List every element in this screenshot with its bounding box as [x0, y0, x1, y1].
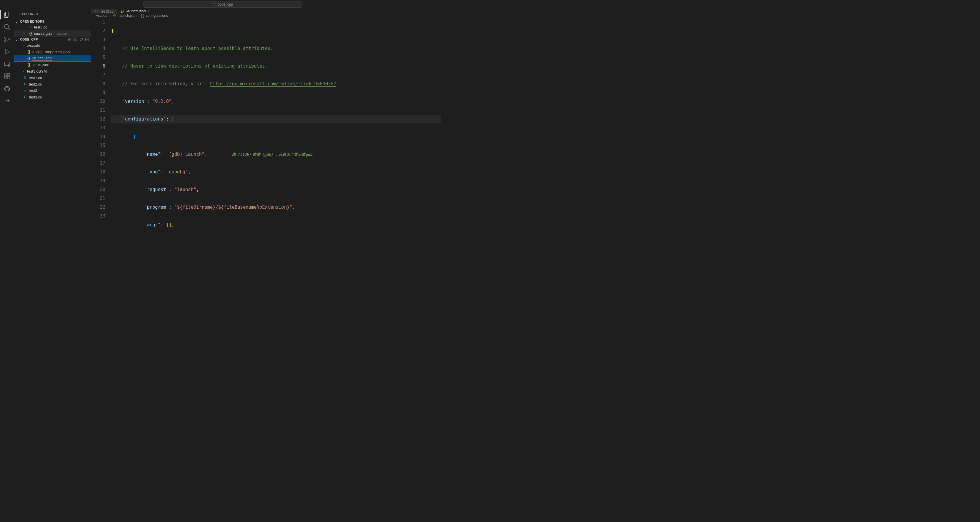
svg-point-6: [5, 41, 6, 42]
line-gutter: 1234567891011121314151617181920212223: [91, 17, 111, 237]
source-control-icon[interactable]: [3, 36, 11, 43]
svg-line-4: [8, 28, 10, 30]
minimap[interactable]: [441, 25, 445, 237]
file-item[interactable]: C test1.cc: [14, 75, 91, 81]
folder-label: .vscode: [27, 43, 40, 48]
chevron-down-icon: ⌄: [23, 44, 26, 47]
svg-point-0: [213, 3, 215, 6]
folder-label: test3.dSYM: [27, 69, 47, 73]
search-activity-icon[interactable]: [3, 24, 11, 30]
open-editors-header[interactable]: ⌄ OPEN EDITORS: [14, 19, 91, 24]
code-content[interactable]: { // Use IntelliSense to learn about pos…: [111, 17, 445, 237]
breadcrumb-seg[interactable]: configurations: [146, 14, 168, 17]
open-editors-label: OPEN EDITORS: [20, 20, 45, 23]
breadcrumb-seg[interactable]: launch.json: [119, 14, 137, 17]
cpp-file-icon: C: [94, 9, 99, 13]
extensions-icon[interactable]: [3, 73, 11, 80]
project-label: CODE_CPP: [20, 38, 38, 41]
editor-area: C test3.cc {} launch.json × .vscode › {}…: [91, 9, 445, 237]
open-editor-item[interactable]: C test3.cc: [14, 24, 91, 30]
file-item[interactable]: C test2.cc: [14, 81, 91, 87]
file-label: test2.cc: [29, 82, 42, 86]
nav-forward-icon[interactable]: →: [160, 2, 164, 7]
json-file-icon: {}: [120, 9, 125, 13]
cpp-file-icon: C: [23, 76, 28, 80]
explorer-more-icon[interactable]: ⋯: [82, 12, 87, 16]
remote-icon[interactable]: [3, 60, 11, 68]
explorer-title: EXPLORER: [19, 12, 38, 16]
svg-point-3: [5, 24, 8, 29]
tab-test3[interactable]: C test3.cc: [91, 9, 117, 14]
nav-back-icon[interactable]: ←: [153, 2, 157, 7]
activity-bar: [0, 9, 14, 237]
breadcrumb-seg[interactable]: .vscode: [95, 14, 107, 17]
file-item[interactable]: {} tasks.json: [14, 62, 91, 68]
refresh-icon[interactable]: [79, 37, 83, 41]
json-file-icon: {}: [28, 32, 33, 36]
open-editor-name: test3.cc: [34, 25, 47, 29]
file-label: test1.cc: [29, 76, 42, 80]
folder-vscode[interactable]: ⌄ .vscode: [14, 42, 91, 49]
file-label: c_cpp_properties.json: [32, 50, 70, 54]
svg-line-1: [215, 5, 216, 6]
json-file-icon: {}: [27, 56, 31, 60]
cpp-file-icon: C: [23, 82, 28, 86]
open-editor-name: launch.json: [34, 32, 54, 36]
json-file-icon: {}: [112, 14, 117, 17]
file-item[interactable]: ≡ test3: [14, 87, 91, 94]
tab-label: test3.cc: [100, 9, 114, 14]
project-header[interactable]: ⌄ CODE_CPP: [14, 37, 91, 42]
code-editor[interactable]: 1234567891011121314151617181920212223 { …: [91, 17, 445, 237]
new-folder-icon[interactable]: [73, 37, 77, 41]
binary-file-icon: ≡: [23, 89, 28, 93]
svg-rect-2: [6, 12, 9, 16]
command-center-label: code_cpp: [218, 2, 233, 6]
tab-label: launch.json: [126, 9, 146, 13]
svg-rect-13: [8, 73, 10, 76]
json-file-icon: {}: [27, 50, 31, 54]
svg-rect-10: [5, 74, 7, 76]
collapse-icon[interactable]: [85, 37, 89, 41]
close-icon[interactable]: ×: [23, 32, 27, 36]
file-label: test3.cc: [29, 95, 42, 99]
open-editor-path: .vscode: [56, 32, 67, 35]
chevron-down-icon: ⌄: [15, 20, 19, 23]
cpp-file-icon: C: [28, 25, 33, 29]
breadcrumb[interactable]: .vscode › {} launch.json › [ ] configura…: [91, 14, 445, 17]
search-icon: [212, 3, 216, 6]
command-center[interactable]: code_cpp: [143, 1, 302, 8]
chevron-down-icon: ⌄: [15, 38, 19, 41]
array-icon: [ ]: [141, 14, 144, 17]
run-debug-icon[interactable]: [3, 48, 11, 55]
titlebar: ← → code_cpp: [0, 0, 445, 9]
file-item[interactable]: {} c_cpp_properties.json: [14, 49, 91, 55]
svg-rect-12: [7, 77, 10, 79]
svg-rect-8: [5, 62, 10, 65]
tab-bar: C test3.cc {} launch.json ×: [91, 9, 445, 14]
explorer-icon[interactable]: [3, 11, 11, 18]
cpp-file-icon: C: [23, 95, 28, 99]
chevron-right-icon: ›: [138, 14, 139, 17]
file-label: test3: [29, 89, 37, 93]
close-tab-icon[interactable]: ×: [148, 9, 150, 13]
tab-launch[interactable]: {} launch.json ×: [117, 9, 153, 14]
explorer-sidebar: EXPLORER ⋯ ⌄ OPEN EDITORS C test3.cc × {…: [14, 9, 91, 237]
chevron-right-icon: ›: [23, 70, 26, 73]
github-icon[interactable]: [3, 85, 11, 92]
chevron-right-icon: ›: [109, 14, 110, 17]
svg-point-5: [5, 37, 6, 38]
svg-point-7: [8, 39, 10, 40]
open-editor-item[interactable]: × {} launch.json .vscode: [14, 30, 91, 37]
file-item[interactable]: C test3.cc: [14, 94, 91, 100]
svg-rect-11: [5, 77, 7, 79]
file-item-launch[interactable]: {} launch.json: [14, 55, 91, 62]
new-file-icon[interactable]: [67, 37, 72, 41]
file-label: tasks.json: [32, 63, 49, 67]
file-label: launch.json: [32, 56, 52, 60]
share-icon[interactable]: [3, 98, 11, 105]
json-file-icon: {}: [27, 63, 31, 67]
folder-dsym[interactable]: › test3.dSYM: [14, 68, 91, 75]
